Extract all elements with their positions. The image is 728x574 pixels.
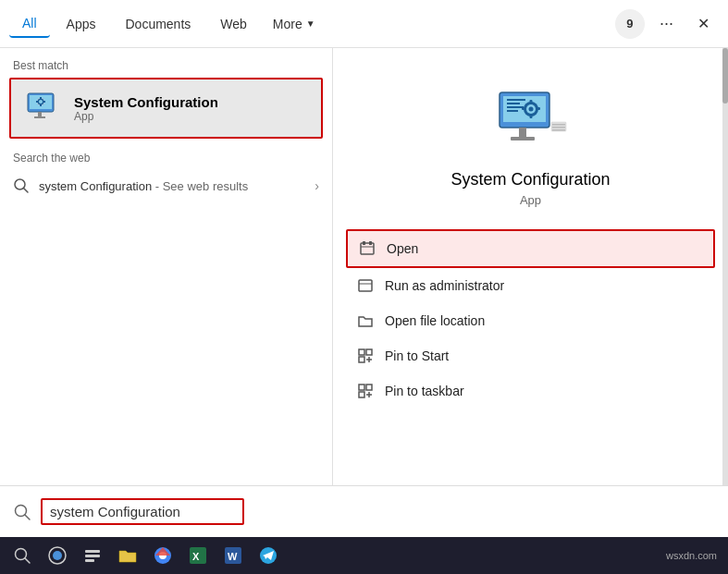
notification-badge[interactable]: 9	[615, 9, 645, 39]
taskbar-right: wsxdn.com	[666, 550, 721, 561]
svg-rect-14	[507, 99, 525, 101]
svg-text:W: W	[228, 551, 238, 562]
action-open[interactable]: Open	[346, 229, 715, 268]
taskbar-tasklist-icon[interactable]	[78, 541, 107, 570]
best-match-title: System Configuration	[74, 94, 218, 110]
close-button[interactable]: ✕	[688, 11, 719, 36]
svg-point-46	[53, 551, 62, 560]
svg-rect-36	[366, 349, 372, 355]
svg-rect-49	[85, 559, 94, 562]
svg-rect-29	[552, 127, 565, 128]
open-label: Open	[387, 241, 418, 256]
svg-rect-34	[359, 280, 372, 291]
watermark: wsxdn.com	[666, 550, 717, 561]
pin-taskbar-label: Pin to taskbar	[385, 384, 464, 398]
best-match-item[interactable]: System Configuration App	[9, 78, 323, 139]
svg-rect-23	[522, 107, 525, 110]
right-panel: System Configuration App Open Run as	[333, 48, 728, 485]
svg-rect-22	[529, 115, 532, 118]
svg-line-42	[25, 515, 30, 519]
action-open-location[interactable]: Open file location	[346, 303, 715, 338]
actions-list: Open Run as administrator Open file loca…	[333, 229, 728, 409]
svg-rect-8	[36, 101, 38, 103]
taskbar-search-icon[interactable]	[7, 541, 37, 570]
svg-rect-17	[507, 110, 518, 112]
chevron-right-icon: ›	[315, 178, 319, 193]
tab-web[interactable]: Web	[207, 11, 260, 37]
svg-rect-21	[529, 100, 532, 104]
search-icon	[13, 177, 30, 194]
svg-line-11	[24, 189, 29, 193]
svg-point-20	[528, 107, 533, 112]
svg-rect-39	[366, 385, 372, 390]
svg-rect-7	[40, 104, 42, 106]
svg-rect-35	[359, 349, 364, 355]
run-admin-label: Run as administrator	[385, 278, 504, 293]
folder-icon	[357, 312, 374, 329]
web-search-text: system Configuration - See web results	[39, 179, 248, 193]
svg-rect-30	[552, 129, 565, 131]
svg-rect-2	[38, 112, 42, 116]
windows-taskbar: X W wsxdn.com	[0, 537, 728, 574]
svg-rect-24	[537, 107, 540, 110]
svg-rect-25	[519, 128, 526, 137]
nav-right: 9 ··· ✕	[615, 9, 719, 39]
svg-rect-16	[507, 106, 524, 108]
svg-rect-47	[85, 550, 100, 553]
svg-rect-26	[511, 137, 535, 140]
svg-rect-6	[40, 97, 42, 99]
svg-rect-48	[85, 555, 100, 557]
taskbar-chrome-icon[interactable]	[148, 541, 178, 570]
open-location-label: Open file location	[385, 313, 485, 328]
svg-rect-3	[34, 116, 45, 118]
tab-all[interactable]: All	[9, 10, 50, 38]
system-config-icon	[24, 89, 63, 128]
action-pin-taskbar[interactable]: Pin to taskbar	[346, 373, 715, 409]
best-match-label: Best match	[0, 48, 332, 78]
app-type: App	[520, 193, 541, 207]
pin-start-icon	[357, 348, 374, 364]
search-web-label: Search the web	[0, 139, 332, 170]
taskbar-folder-icon[interactable]	[113, 541, 142, 570]
best-match-subtitle: App	[74, 110, 218, 123]
svg-point-5	[39, 100, 43, 104]
svg-rect-28	[552, 124, 565, 126]
top-nav: All Apps Documents Web More ▼ 9 ··· ✕	[0, 0, 728, 48]
app-icon-large	[494, 85, 568, 159]
admin-icon	[357, 277, 374, 294]
taskbar-cortana-icon[interactable]	[43, 541, 72, 570]
web-search-link: - See web results	[155, 179, 248, 193]
taskbar-word-icon[interactable]: W	[218, 541, 248, 570]
svg-rect-9	[43, 101, 45, 103]
tab-documents[interactable]: Documents	[112, 11, 204, 37]
left-panel: Best match	[0, 48, 333, 485]
pin-start-label: Pin to Start	[385, 348, 449, 363]
svg-rect-15	[507, 103, 520, 104]
svg-rect-40	[359, 392, 364, 397]
taskbar-excel-icon[interactable]: X	[183, 541, 213, 570]
svg-text:X: X	[192, 551, 200, 562]
action-run-admin[interactable]: Run as administrator	[346, 268, 715, 303]
svg-rect-37	[359, 357, 364, 362]
web-search-item[interactable]: system Configuration - See web results ›	[0, 170, 332, 202]
taskbar-telegram-icon[interactable]	[253, 541, 283, 570]
scroll-thumb[interactable]	[722, 48, 728, 104]
pin-taskbar-icon	[357, 383, 374, 399]
search-input[interactable]	[41, 498, 244, 525]
tab-apps[interactable]: Apps	[54, 11, 109, 37]
search-icon-bottom	[13, 503, 31, 521]
svg-rect-38	[359, 385, 364, 390]
open-icon	[359, 240, 376, 257]
tab-more[interactable]: More ▼	[264, 11, 325, 37]
bottom-search-bar	[0, 485, 728, 537]
scrollbar[interactable]	[722, 48, 728, 485]
svg-rect-33	[369, 241, 372, 245]
action-pin-start[interactable]: Pin to Start	[346, 338, 715, 373]
best-match-text: System Configuration App	[74, 94, 218, 123]
svg-line-44	[25, 558, 30, 563]
svg-rect-32	[363, 241, 365, 245]
ellipsis-button[interactable]: ···	[652, 10, 681, 37]
app-name-large: System Configuration	[450, 170, 610, 189]
more-label: More	[273, 17, 302, 31]
main-content: Best match	[0, 48, 728, 485]
